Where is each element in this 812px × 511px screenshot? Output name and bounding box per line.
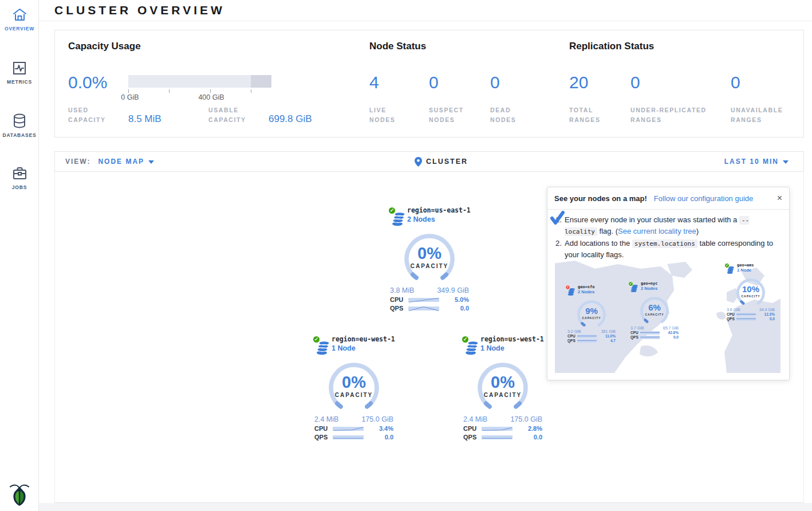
usable-capacity-value: 699.8 GiB — [269, 113, 312, 125]
axis-tick — [128, 89, 129, 93]
config-step-2: 2. Add locations to the system.locations… — [555, 238, 781, 260]
region-label: region=us-east-1 — [407, 206, 472, 214]
node-status-title: Node Status — [369, 41, 426, 52]
step-done-check-icon — [550, 211, 565, 229]
live-nodes-value: 4 — [369, 74, 379, 91]
unavailable-ranges-value: 0 — [731, 74, 740, 91]
capacity-label: CAPACITY — [322, 392, 385, 398]
under-replicated-ranges-label: UNDER-REPLICATED RANGES — [630, 105, 707, 125]
cpu-sparkline — [408, 297, 439, 303]
example-node-map-image: ! geo=sfo 2 Nodes 9% CAPACITY 3.2 GiB351… — [555, 261, 781, 373]
view-label: VIEW: — [65, 158, 90, 166]
capacity-bar — [128, 75, 271, 88]
sidebar-item-label: OVERVIEW — [5, 26, 34, 32]
region-label: region=eu-west-1 — [332, 335, 397, 343]
used-value: 2.4 MiB — [463, 415, 487, 423]
cpu-sparkline — [482, 426, 513, 432]
used-value: 3.8 MiB — [390, 286, 414, 294]
cockroachdb-logo[interactable] — [0, 482, 39, 506]
capacity-range: 2.4 MiB 175.0 GiB — [463, 415, 542, 423]
map-pin-icon — [415, 157, 422, 167]
capacity-label: CAPACITY — [398, 263, 461, 269]
sidebar-item-jobs[interactable]: JOBS — [0, 159, 39, 196]
page-bottom-strip — [39, 503, 812, 511]
total-ranges-value: 20 — [569, 74, 588, 91]
used-value: 2.4 MiB — [314, 415, 338, 423]
sidebar-item-databases[interactable]: DATABASES — [0, 105, 39, 144]
cluster-overview-page: OVERVIEW METRICS DATABASES JOBS — [0, 0, 812, 511]
axis-tick — [251, 89, 251, 93]
node-count: 1 Node — [480, 344, 546, 352]
system-locations-code: system.locations — [632, 239, 697, 248]
capacity-gauge: 0% CAPACITY — [471, 359, 534, 414]
warning-icon: ! — [565, 285, 570, 290]
total-value: 175.0 GiB — [510, 415, 542, 423]
capacity-range: 2.4 MiB 175.0 GiB — [314, 415, 393, 423]
dead-nodes-value: 0 — [490, 74, 500, 91]
capacity-percent: 0% — [322, 373, 385, 392]
breadcrumb-cluster: CLUSTER — [426, 158, 468, 166]
axis-tick — [210, 89, 211, 93]
suspect-nodes-label: SUSPECT NODES — [429, 105, 464, 125]
cpu-row: CPU 3.4% — [314, 425, 393, 432]
usable-capacity-label: USABLE CAPACITY — [208, 105, 246, 125]
node-card-us-west-1[interactable]: ✓ region=us-west-1 1 Node 0% CAPACITY 2.… — [460, 335, 546, 441]
node-card-eu-west-1[interactable]: ✓ region=eu-west-1 1 Node 0% CAPACITY 2.… — [311, 335, 397, 441]
jobs-icon — [12, 166, 27, 181]
node-card-us-east-1[interactable]: ✓ region=us-east-1 2 Nodes 0% CAPACITY 3… — [387, 206, 472, 312]
sidebar-item-label: METRICS — [7, 79, 32, 85]
home-icon — [12, 7, 27, 22]
cpu-sparkline — [333, 426, 364, 432]
healthy-check-icon: ✓ — [312, 335, 321, 344]
capacity-bar-reserved-segment — [251, 75, 271, 88]
qps-sparkline — [408, 305, 439, 312]
qps-sparkline — [333, 434, 364, 441]
cluster-summary-panel: Capacity Usage 0.0% 0 GiB 400 GiB USED C… — [54, 30, 804, 137]
axis-tick-label: 0 GiB — [121, 93, 139, 101]
mini-node-card-nyc: ✓ geo=nyc 2 Nodes 6% CAPACITY 3.7 GiB65.… — [628, 281, 681, 339]
qps-row: QPS 0.0 — [463, 434, 542, 441]
sidebar-item-overview[interactable]: OVERVIEW — [0, 0, 39, 37]
databases-icon — [12, 113, 27, 129]
sidebar-item-metrics[interactable]: METRICS — [0, 53, 39, 91]
under-replicated-ranges-value: 0 — [630, 74, 640, 91]
sidebar-item-label: JOBS — [12, 184, 27, 190]
popup-title: See your nodes on a map! — [554, 194, 647, 203]
total-value: 349.9 GiB — [437, 286, 469, 294]
qps-sparkline — [482, 434, 513, 441]
capacity-percent: 0% — [398, 244, 461, 263]
node-count: 1 Node — [332, 344, 397, 352]
used-capacity-label: USED CAPACITY — [68, 105, 106, 125]
metrics-icon — [12, 61, 27, 76]
chevron-down-icon — [783, 160, 789, 164]
mini-node-card-ams: ✓ geo=ams 1 Node 10% CAPACITY 3.6 GiB34.… — [724, 263, 777, 321]
dead-nodes-label: DEAD NODES — [490, 105, 516, 125]
total-ranges-label: TOTAL RANGES — [569, 105, 601, 125]
chevron-down-icon — [148, 160, 154, 164]
time-range-dropdown[interactable]: LAST 10 MIN — [724, 158, 789, 166]
capacity-percent: 0.0% — [68, 74, 107, 91]
view-selector-dropdown[interactable]: NODE MAP — [98, 158, 154, 166]
healthy-check-icon: ✓ — [628, 281, 633, 286]
page-title: CLUSTER OVERVIEW — [54, 3, 225, 17]
suspect-nodes-value: 0 — [429, 74, 439, 91]
healthy-check-icon: ✓ — [388, 206, 396, 215]
cpu-row: CPU 5.0% — [390, 296, 469, 303]
qps-row: QPS 0.0 — [314, 434, 393, 441]
configuration-guide-link[interactable]: Follow our configuration guide — [654, 194, 753, 203]
sidebar-item-label: DATABASES — [3, 132, 37, 138]
capacity-gauge: 0% CAPACITY — [322, 359, 385, 414]
capacity-range: 3.8 MiB 349.9 GiB — [390, 286, 469, 294]
axis-tick — [169, 89, 170, 93]
axis-tick-label: 400 GiB — [198, 93, 224, 101]
close-icon[interactable]: × — [777, 194, 782, 203]
mini-node-card-sfo: ! geo=sfo 2 Nodes 9% CAPACITY 3.2 GiB351… — [565, 285, 618, 343]
locality-tree-link[interactable]: See current locality tree — [618, 227, 696, 235]
view-bar: VIEW: NODE MAP CLUSTER LAST 10 MIN — [54, 151, 804, 172]
config-step-1: 1. Ensure every node in your cluster was… — [555, 214, 781, 237]
capacity-label: CAPACITY — [471, 392, 534, 398]
qps-row: QPS 0.0 — [390, 305, 469, 312]
sidebar: OVERVIEW METRICS DATABASES JOBS — [0, 0, 39, 511]
node-map-config-popup: See your nodes on a map! Follow our conf… — [547, 187, 790, 380]
cpu-row: CPU 2.8% — [463, 425, 542, 432]
